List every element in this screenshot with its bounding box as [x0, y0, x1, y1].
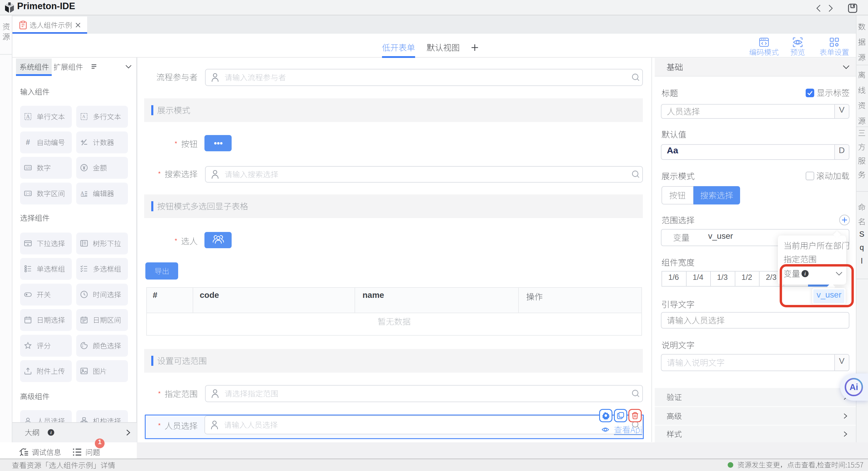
svg-text:A: A [80, 191, 85, 196]
svg-text:A: A [82, 114, 85, 119]
svg-text:#: # [26, 138, 30, 146]
svg-text:1~3: 1~3 [25, 192, 31, 195]
svg-text:123: 123 [25, 166, 31, 169]
svg-text:A: A [26, 114, 30, 120]
svg-text:Ai: Ai [850, 382, 858, 392]
